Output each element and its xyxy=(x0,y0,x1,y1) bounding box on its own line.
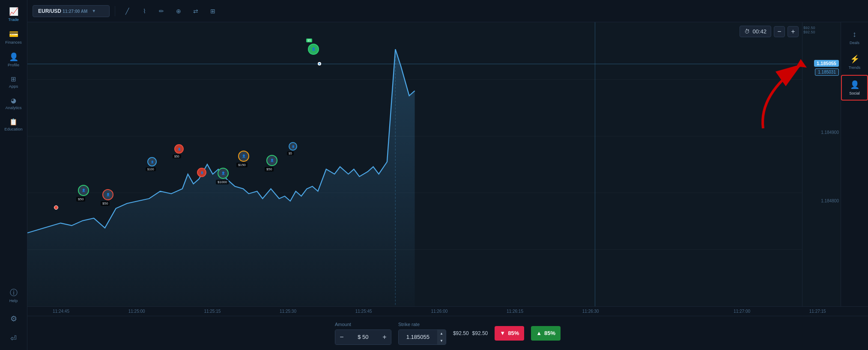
buy-button[interactable]: ▲ 85% xyxy=(531,326,561,341)
sell-amount-val: $92.50 xyxy=(453,330,469,336)
tool-line[interactable]: ╱ xyxy=(120,4,134,18)
settings-icon: ⚙ xyxy=(10,315,17,323)
amount-plus-btn[interactable]: + xyxy=(378,330,391,344)
sidebar-item-education[interactable]: 📋 Education xyxy=(0,114,27,136)
current-price-tag: 1.185055 xyxy=(814,60,839,67)
buy-arrow-icon: ▲ xyxy=(536,330,542,336)
amount-minus-btn[interactable]: − xyxy=(335,330,348,344)
price-dollar-1: $92.50 xyxy=(803,26,815,30)
price-label-1: 1.184900 xyxy=(821,130,839,135)
sidebar-item-finances[interactable]: 💳 Finances xyxy=(0,26,27,49)
amount-label: Amount xyxy=(335,322,391,327)
time-tick-3: 11:25:15 xyxy=(204,309,221,314)
social-icon: 👤 xyxy=(850,80,859,89)
right-panel: $92.50 $92.50 1.185055 1.185031 1.184900… xyxy=(802,22,868,306)
right-sidebar-social[interactable]: 👤 Social xyxy=(841,75,868,101)
sidebar-label-trade: Trade xyxy=(8,17,18,22)
logout-icon: ⏎ xyxy=(10,335,17,342)
sidebar-label-profile: Profile xyxy=(8,62,19,67)
sidebar-item-logout[interactable]: ⏎ xyxy=(0,330,27,347)
right-sidebar-deals[interactable]: ↕ Deals xyxy=(841,26,868,49)
tool-pencil[interactable]: ✏ xyxy=(155,4,168,18)
amount-section: Amount − + xyxy=(335,322,391,345)
sidebar-item-help[interactable]: ⓘ Help xyxy=(0,285,27,307)
timer-minus-btn[interactable]: − xyxy=(774,26,785,37)
sell-button[interactable]: ▼ 85% xyxy=(495,326,524,341)
sell-amount-col: $92.50 xyxy=(453,330,469,336)
strike-arrows: ▲ ▼ xyxy=(437,330,446,344)
pair-label: EUR/USD 11:27:00 AM xyxy=(38,8,87,14)
strike-input-group: ▲ ▼ xyxy=(398,329,446,345)
time-tick-4: 11:25:30 xyxy=(280,309,296,314)
tool-zigzag[interactable]: ⌇ xyxy=(137,4,151,18)
buy-amount-val: $92.50 xyxy=(472,330,488,336)
help-icon: ⓘ xyxy=(10,289,18,297)
trends-label: Trends xyxy=(849,65,861,70)
deals-label: Deals xyxy=(850,41,859,45)
pair-dropdown-arrow: ▼ xyxy=(92,9,96,13)
sidebar-label-help: Help xyxy=(9,298,18,303)
price-label-2: 1.184800 xyxy=(821,199,839,203)
timer-display: ⏱ 00:42 xyxy=(740,26,771,37)
chart-main[interactable]: 👤 $50 👤 $50 👤 $100 xyxy=(27,22,802,306)
toolbar-sep-1 xyxy=(115,6,115,16)
time-tick-9: 11:27:00 xyxy=(734,309,750,314)
pair-selector[interactable]: EUR/USD 11:27:00 AM ▼ xyxy=(33,5,110,17)
current-price-alt-tag: 1.185031 xyxy=(815,68,839,76)
deals-icon: ↕ xyxy=(853,30,856,39)
trends-icon: ⚡ xyxy=(850,54,859,64)
sidebar-label-analytics: Analytics xyxy=(5,105,21,110)
time-tick-2: 11:25:00 xyxy=(128,309,145,314)
left-sidebar: 📈 Trade 💳 Finances 👤 Profile ⊞ Apps ◕ An… xyxy=(0,0,27,350)
tool-grid[interactable]: ⊞ xyxy=(206,4,220,18)
sidebar-item-apps[interactable]: ⊞ Apps xyxy=(0,71,27,93)
strike-down-btn[interactable]: ▼ xyxy=(437,337,446,344)
bottom-bar: Amount − + Strike rate ▲ ▼ xyxy=(27,316,868,350)
timer-value: 00:42 xyxy=(752,28,767,35)
amount-input[interactable] xyxy=(348,330,378,344)
chart-peak-dot xyxy=(318,62,321,65)
sidebar-item-trade[interactable]: 📈 Trade xyxy=(0,3,27,26)
strike-section: Strike rate ▲ ▼ xyxy=(398,322,446,345)
strike-up-btn[interactable]: ▲ xyxy=(437,330,446,337)
buy-pct-label: 85% xyxy=(544,330,555,336)
topbar: EUR/USD 11:27:00 AM ▼ ╱ ⌇ ✏ ⊕ ⇄ ⊞ xyxy=(27,0,868,22)
sell-pct-label: 85% xyxy=(508,330,519,336)
right-sidebar-trends[interactable]: ⚡ Trends xyxy=(841,50,868,74)
sidebar-label-finances: Finances xyxy=(5,40,22,44)
sidebar-label-apps: Apps xyxy=(9,84,18,89)
timer-clock-icon: ⏱ xyxy=(744,28,750,35)
social-label: Social xyxy=(849,91,860,95)
chart-red-dot-start xyxy=(54,205,58,210)
amounts-display: $92.50 $92.50 xyxy=(453,330,488,336)
amount-input-group: − + xyxy=(335,329,391,345)
tool-crosshair[interactable]: ⊕ xyxy=(172,4,185,18)
time-axis: 11:24:45 11:25:00 11:25:15 11:25:30 11:2… xyxy=(27,306,868,316)
time-tick-5: 11:25:45 xyxy=(355,309,372,314)
sidebar-item-settings[interactable]: ⚙ xyxy=(0,311,27,327)
sidebar-label-education: Education xyxy=(4,127,22,131)
buy-amount-col: $92.50 xyxy=(472,330,488,336)
apps-icon: ⊞ xyxy=(11,76,16,82)
time-tick-8: 11:26:30 xyxy=(582,309,599,314)
timer-plus-btn[interactable]: + xyxy=(787,26,799,37)
time-tick-10: 11:27:15 xyxy=(809,309,826,314)
time-tick-1: 11:24:45 xyxy=(53,309,69,314)
time-tick-6: 11:26:00 xyxy=(431,309,447,314)
finances-icon: 💳 xyxy=(9,30,18,38)
trade-icon: 📈 xyxy=(9,8,18,15)
profile-icon: 👤 xyxy=(9,53,18,61)
price-axis: $92.50 $92.50 1.185055 1.185031 1.184900… xyxy=(802,22,841,306)
strike-label: Strike rate xyxy=(398,322,446,327)
sidebar-item-analytics[interactable]: ◕ Analytics xyxy=(0,93,27,114)
main-content: EUR/USD 11:27:00 AM ▼ ╱ ⌇ ✏ ⊕ ⇄ ⊞ xyxy=(27,0,868,350)
education-icon: 📋 xyxy=(9,119,18,125)
tool-arrows[interactable]: ⇄ xyxy=(189,4,203,18)
time-tick-7: 11:26:15 xyxy=(507,309,523,314)
sell-arrow-icon: ▼ xyxy=(500,330,505,336)
right-sidebar: ↕ Deals ⚡ Trends 👤 Social xyxy=(841,22,868,306)
strike-input[interactable] xyxy=(399,330,437,344)
chart-container: 👤 $50 👤 $50 👤 $100 xyxy=(27,22,868,306)
timer-area: ⏱ 00:42 − + xyxy=(740,26,799,37)
sidebar-item-profile[interactable]: 👤 Profile xyxy=(0,49,27,71)
